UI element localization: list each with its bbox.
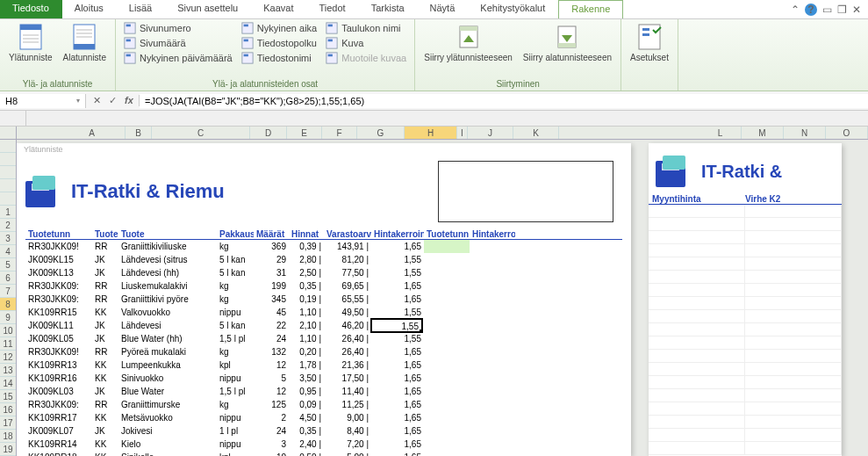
table-header[interactable]: Tuotetunn: [25, 229, 92, 239]
table-header[interactable]: Määrät: [254, 229, 289, 239]
row-header-9[interactable]: 9: [0, 311, 16, 324]
row-header-10[interactable]: 10: [0, 324, 16, 337]
table-row[interactable]: [649, 218, 842, 231]
table-row[interactable]: [649, 442, 842, 455]
menu-tab-rakenne[interactable]: Rakenne: [558, 0, 623, 18]
row-header-15[interactable]: 15: [0, 390, 16, 403]
row-headers[interactable]: 1234567891011121314151617181920: [0, 127, 17, 456]
row-header-17[interactable]: 17: [0, 416, 16, 430]
table-row[interactable]: KK109RR16KKSinivuokkonippu53,50 |17,50 |…: [25, 372, 622, 385]
row-header-14[interactable]: 14: [0, 377, 16, 390]
table-row[interactable]: [649, 323, 842, 337]
table-row[interactable]: [649, 389, 842, 402]
table-header[interactable]: Hintakerroin: [470, 229, 515, 239]
cancel-formula-icon[interactable]: ✕: [90, 95, 104, 106]
row-header-19[interactable]: 19: [0, 443, 16, 456]
col-header-D[interactable]: D: [250, 127, 287, 139]
minimize-icon[interactable]: ▭: [822, 4, 832, 16]
table-row[interactable]: RR30JKK09!RRPyöreä mukalakikg1320,20 |26…: [25, 345, 622, 358]
name-box[interactable]: H8: [0, 94, 86, 108]
menu-tab-kehitystyökalut[interactable]: Kehitystyökalut: [468, 0, 558, 18]
table-header[interactable]: Pakkaus: [217, 229, 254, 239]
table-row[interactable]: [649, 416, 842, 429]
table-row[interactable]: KK109RR17KKMetsävuokkonippu24,50 |9,00 |…: [25, 411, 622, 424]
table-row[interactable]: JK009KL15JKLähdevesi (sitrus5 l kan292,8…: [25, 253, 622, 266]
col-header-F[interactable]: F: [322, 127, 357, 139]
accept-formula-icon[interactable]: ✓: [105, 95, 119, 106]
ribbon-item-4[interactable]: Tiedostopolku: [239, 36, 319, 50]
table-row[interactable]: [649, 363, 842, 376]
table-row[interactable]: [649, 310, 842, 323]
table-row[interactable]: [649, 402, 842, 416]
table-row[interactable]: RR30JKK09:RRLiuskemukalakivikg1990,35 |6…: [25, 279, 622, 293]
header-image-placeholder[interactable]: [438, 161, 613, 222]
table-row[interactable]: [649, 297, 842, 310]
ribbon-item-5[interactable]: Tiedostonimi: [239, 51, 319, 65]
footer-button[interactable]: Alatunniste: [59, 21, 109, 64]
table-row[interactable]: [649, 429, 842, 442]
col-header-L[interactable]: L: [699, 127, 742, 139]
table-row[interactable]: KK109RR14KKKielonippu32,40 |7,20 |1,65: [25, 438, 622, 451]
menu-tab-tiedosto[interactable]: Tiedosto: [0, 0, 62, 18]
menu-tab-aloitus[interactable]: Aloitus: [62, 0, 117, 18]
ribbon-item-2[interactable]: Nykyinen päivämäärä: [121, 51, 235, 65]
options-button[interactable]: Asetukset: [627, 21, 672, 64]
table-row[interactable]: JK009KL03JKBlue Water1,5 l pl120,95 |11,…: [25, 385, 622, 398]
table-row[interactable]: [649, 205, 842, 218]
table-row[interactable]: KK109RR13KKLumpeenkukkakpl121,78 |21,36 …: [25, 358, 622, 372]
col-header-H[interactable]: H: [405, 127, 457, 139]
row-header-8[interactable]: 8: [0, 298, 16, 311]
menu-tab-tarkista[interactable]: Tarkista: [359, 0, 418, 18]
table-header[interactable]: Hintakerroin: [371, 229, 424, 239]
table-row[interactable]: [649, 257, 842, 271]
fx-icon[interactable]: fx: [121, 95, 135, 106]
menu-tab-näytä[interactable]: Näytä: [418, 0, 469, 18]
col-header-C[interactable]: C: [152, 127, 250, 139]
column-headers[interactable]: ABCDEFGHIJKLMNO: [17, 127, 868, 140]
table-row[interactable]: KK109RR18KKSinikellokpl100,50 |5,00 |1,6…: [25, 451, 622, 456]
row-header-11[interactable]: 11: [0, 337, 16, 351]
row-header-6[interactable]: 6: [0, 271, 16, 285]
table-row[interactable]: [649, 350, 842, 363]
table-row[interactable]: JK009KL13JKLähdevesi (hh)5 l kan312,50 |…: [25, 266, 622, 279]
close-icon[interactable]: ✕: [852, 4, 861, 16]
table-row[interactable]: [649, 376, 842, 389]
table-row[interactable]: JK009KL05JKBlue Water (hh)1,5 l pl241,10…: [25, 332, 622, 345]
row-header-1[interactable]: 1: [0, 206, 16, 219]
table-row[interactable]: [649, 231, 842, 244]
row-header-3[interactable]: 3: [0, 232, 16, 245]
table-row[interactable]: JK009KL11JKLähdevesi5 l kan222,10 |46,20…: [25, 319, 622, 332]
table-header[interactable]: Hinnat: [289, 229, 324, 239]
table-row[interactable]: RR30JKK09:RRGraniittikivi pyörekg3450,19…: [25, 293, 622, 306]
help-icon[interactable]: ?: [805, 4, 817, 16]
table-row[interactable]: [649, 244, 842, 257]
table-header[interactable]: Tuotetunn: [424, 229, 470, 239]
col-header-B[interactable]: B: [126, 127, 152, 139]
table-header[interactable]: Tuote: [118, 229, 217, 239]
col-header-M[interactable]: M: [742, 127, 784, 139]
goto-header-button[interactable]: Siirry ylätunnisteeseen: [420, 21, 516, 64]
table-row[interactable]: [649, 271, 842, 284]
col-header-A[interactable]: A: [59, 127, 126, 139]
ribbon-item-3[interactable]: Nykyinen aika: [239, 21, 319, 35]
row-header-5[interactable]: 5: [0, 258, 16, 271]
ribbon-item-1[interactable]: Sivumäärä: [121, 36, 235, 50]
ribbon-minimize-icon[interactable]: ⌃: [791, 4, 800, 16]
col-header-I[interactable]: I: [457, 127, 468, 139]
ribbon-item-6[interactable]: Taulukon nimi: [323, 21, 409, 35]
formula-input[interactable]: =JOS(JA(TAI(B8="JK";B8="KK");G8>25);1,55…: [140, 94, 868, 108]
table-row[interactable]: [649, 284, 842, 297]
ribbon-item-7[interactable]: Kuva: [323, 36, 409, 50]
row-header-2[interactable]: 2: [0, 219, 16, 232]
col-header-J[interactable]: J: [468, 127, 513, 139]
menu-tab-tiedot[interactable]: Tiedot: [306, 0, 358, 18]
table-row[interactable]: JK009KL07JKJokivesi1 l pl240,35 |8,40 |1…: [25, 424, 622, 438]
col-header-K[interactable]: K: [513, 127, 559, 139]
row-header-13[interactable]: 13: [0, 364, 16, 377]
row-header-4[interactable]: 4: [0, 245, 16, 258]
row-header-12[interactable]: 12: [0, 351, 16, 364]
table-header[interactable]: Tuoteryhmä: [92, 229, 118, 239]
table-row[interactable]: KK109RR15KKValkovuokkonippu451,10 |49,50…: [25, 306, 622, 319]
menu-tab-kaavat[interactable]: Kaavat: [251, 0, 306, 18]
table-row[interactable]: RR30JKK09!RRGraniittikiviliuskekg3690,39…: [25, 240, 622, 253]
